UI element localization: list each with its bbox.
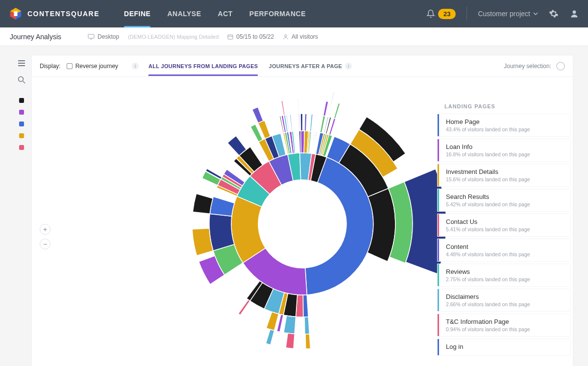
- desktop-icon: [88, 34, 95, 40]
- separator: [466, 7, 467, 21]
- zoom-out-button[interactable]: −: [40, 239, 50, 249]
- tab-journeys-after[interactable]: JOURNEYS AFTER A PAGE: [269, 57, 342, 75]
- legend-dot[interactable]: [19, 145, 24, 150]
- tab-all-journeys[interactable]: ALL JOURNEYS FROM LANDING PAGES: [148, 57, 258, 75]
- landing-page-item[interactable]: Reviews2.75% of visitors landed on this …: [438, 264, 570, 286]
- date-range[interactable]: 05/15 to 05/22: [227, 33, 274, 40]
- page-title: Journey Analysis: [10, 33, 61, 41]
- user-icon[interactable]: [569, 9, 579, 19]
- landing-page-sub: 0.94% of visitors landed on this page: [446, 326, 565, 332]
- landing-page-title: Investment Details: [446, 168, 565, 175]
- landing-page-sub: 4.48% of visitors landed on this page: [446, 251, 565, 257]
- landing-page-item[interactable]: Investment Details15.6% of visitors land…: [438, 164, 570, 186]
- sunburst-chart[interactable]: [146, 82, 459, 366]
- landing-pages-header: LANDING PAGES: [444, 103, 570, 109]
- landing-page-title: Loan Info: [446, 143, 565, 150]
- display-label: Display:: [40, 63, 61, 70]
- legend-dot[interactable]: [19, 110, 24, 115]
- mapping-label[interactable]: (DEMO-LEADGEN) Mapping Detailed: [128, 34, 219, 40]
- landing-page-item[interactable]: T&C Information Page0.94% of visitors la…: [438, 314, 570, 336]
- legend-dot[interactable]: [19, 98, 24, 103]
- nav-analyse[interactable]: ANALYSE: [167, 7, 201, 21]
- landing-page-title: Disclaimers: [446, 293, 565, 300]
- svg-point-4: [573, 10, 576, 14]
- bell-icon: [426, 9, 435, 18]
- project-name: Customer project: [478, 10, 530, 18]
- landing-page-sub: 2.75% of visitors landed on this page: [446, 276, 565, 282]
- legend-dot[interactable]: [19, 133, 24, 138]
- brand-text: CONTENTSQUARE: [27, 10, 99, 18]
- landing-page-item[interactable]: Contact Us5.41% of visitors landed on th…: [438, 214, 570, 236]
- checkbox-icon: [67, 63, 73, 69]
- menu-icon[interactable]: [17, 59, 26, 68]
- landing-page-title: T&C Information Page: [446, 318, 565, 325]
- landing-page-title: Contact Us: [446, 218, 565, 225]
- logo: CONTENTSQUARE: [9, 7, 99, 21]
- left-toolbar: [15, 55, 28, 366]
- landing-page-sub: 2.66% of visitors landed on this page: [446, 301, 565, 307]
- info-icon[interactable]: i: [345, 63, 352, 70]
- journey-selection-label: Journey selection:: [504, 63, 551, 70]
- landing-page-item[interactable]: Content4.48% of visitors landed on this …: [438, 239, 570, 261]
- notification-count: 23: [438, 9, 456, 19]
- panel-header: Display: Reverse journey i ALL JOURNEYS …: [32, 55, 573, 77]
- landing-page-title: Content: [446, 243, 565, 250]
- landing-page-item[interactable]: Loan Info16.8% of visitors landed on thi…: [438, 139, 570, 161]
- info-icon[interactable]: i: [132, 63, 139, 70]
- landing-page-sub: 15.6% of visitors landed on this page: [446, 176, 565, 182]
- segment-selector[interactable]: All visitors: [283, 33, 318, 40]
- landing-page-item[interactable]: Disclaimers2.66% of visitors landed on t…: [438, 289, 570, 311]
- landing-page-title: Reviews: [446, 268, 565, 275]
- top-header: CONTENTSQUARE DEFINE ANALYSE ACT PERFORM…: [0, 0, 588, 27]
- context-bar: Journey Analysis Desktop (DEMO-LEADGEN) …: [0, 27, 588, 46]
- landing-page-sub: 43.4% of visitors landed on this page: [446, 126, 565, 132]
- notifications[interactable]: 23: [426, 9, 456, 19]
- landing-pages-panel: LANDING PAGES Home Page43.4% of visitors…: [438, 103, 570, 358]
- zoom-in-button[interactable]: +: [40, 224, 50, 235]
- project-selector[interactable]: Customer project: [478, 10, 538, 18]
- chevron-down-icon: [533, 11, 538, 16]
- landing-page-item[interactable]: Log in: [438, 339, 570, 355]
- svg-rect-6: [228, 35, 233, 39]
- svg-marker-3: [14, 11, 18, 16]
- person-icon: [283, 34, 289, 40]
- landing-page-sub: 16.8% of visitors landed on this page: [446, 151, 565, 157]
- main-panel: Display: Reverse journey i ALL JOURNEYS …: [31, 55, 573, 366]
- landing-page-title: Home Page: [446, 118, 565, 125]
- landing-page-title: Log in: [446, 343, 565, 350]
- landing-page-title: Search Results: [446, 193, 565, 200]
- nav-act[interactable]: ACT: [218, 7, 233, 21]
- logo-icon: [9, 7, 23, 21]
- svg-rect-5: [88, 34, 94, 38]
- landing-page-item[interactable]: Search Results5.42% of visitors landed o…: [438, 189, 570, 211]
- reverse-journey-toggle[interactable]: Reverse journey: [67, 63, 118, 70]
- landing-page-sub: 5.42% of visitors landed on this page: [446, 201, 565, 207]
- svg-point-8: [19, 77, 24, 82]
- landing-page-sub: 5.41% of visitors landed on this page: [446, 226, 565, 232]
- nav-define[interactable]: DEFINE: [124, 7, 150, 21]
- landing-page-item[interactable]: Home Page43.4% of visitors landed on thi…: [438, 114, 570, 136]
- search-icon[interactable]: [17, 75, 26, 84]
- svg-point-7: [285, 34, 287, 36]
- gear-icon[interactable]: [549, 9, 559, 19]
- nav-performance[interactable]: PERFORMANCE: [249, 7, 306, 21]
- calendar-icon: [227, 34, 233, 40]
- device-selector[interactable]: Desktop: [88, 33, 119, 40]
- journey-selection-indicator[interactable]: [556, 62, 565, 71]
- main-nav: DEFINE ANALYSE ACT PERFORMANCE: [124, 7, 306, 21]
- legend: [19, 98, 24, 150]
- legend-dot[interactable]: [19, 122, 24, 126]
